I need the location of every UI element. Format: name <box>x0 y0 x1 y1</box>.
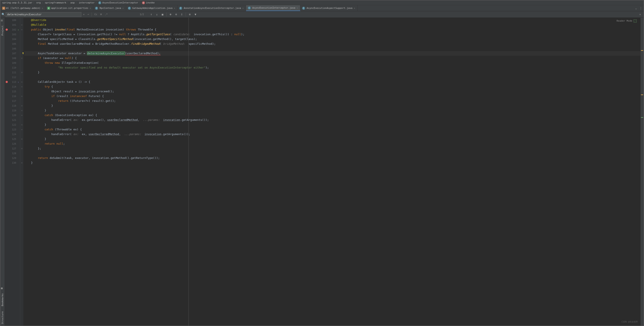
tab-label: GatewayAdminApplication.java <box>132 7 172 9</box>
class-icon: C <box>179 7 182 10</box>
close-icon[interactable]: ✕ <box>354 7 356 9</box>
close-icon[interactable]: ✕ <box>242 7 244 9</box>
search-history[interactable]: ↩ <box>86 12 90 16</box>
bc-aop[interactable]: aop <box>70 1 75 4</box>
tab-label: AnnotationAsyncExecutionInterceptor.java <box>184 7 241 9</box>
class-icon: C <box>95 7 98 10</box>
open-in-window[interactable]: ▣ <box>160 12 165 17</box>
tab-async[interactable]: CAsyncExecutionInterceptor.java✕ <box>246 5 300 11</box>
tab-gw[interactable]: CGatewayAdminApplication.java✕ <box>126 5 178 11</box>
line-number: 102 <box>12 28 16 31</box>
regex[interactable]: .* <box>104 12 109 16</box>
check-icon: ✓ <box>634 19 637 22</box>
tab-prop[interactable]: ⚙application-sit.properties✕ <box>46 5 93 11</box>
find-bar: 🔍 ✕ ↩ Cc W .* 1/2 ↑ ↓ ▣ ⊕ ⊖ ⫴ ≡ ▼ ✕ <box>0 11 644 18</box>
xml-icon: x <box>2 7 5 10</box>
line-number: 124 <box>12 133 16 136</box>
whole-word[interactable]: W <box>99 12 103 16</box>
close-icon[interactable]: ✕ <box>173 7 176 9</box>
line-number: 104 <box>12 38 16 41</box>
line-number: 121 <box>12 119 16 121</box>
add-selection[interactable]: ⊕ <box>168 12 173 17</box>
match-case[interactable]: Cc <box>93 12 98 16</box>
tab-label: RpcContext.java <box>100 7 121 9</box>
structure-tool[interactable]: Structure <box>1 310 4 326</box>
breakpoint-icon[interactable] <box>6 81 8 83</box>
close-icon[interactable]: ✕ <box>41 7 44 9</box>
remove-selection[interactable]: ⊖ <box>174 12 179 17</box>
search-icon: 🔍 <box>1 13 5 16</box>
tabs-dropdown[interactable]: ⌄ <box>634 5 638 11</box>
line-number: 123 <box>12 128 16 131</box>
line-number: 116 <box>12 95 16 98</box>
override-icon[interactable]: ↑ <box>18 81 20 83</box>
watermark: CSDN @简放视野 <box>622 320 638 324</box>
line-number: 111 <box>12 71 16 74</box>
line-number: 117 <box>12 100 16 102</box>
clear-search[interactable]: ✕ <box>82 12 86 16</box>
bc-class[interactable]: AsyncExecutionInterceptor <box>102 1 139 4</box>
tabs-menu[interactable]: ⋮ <box>638 5 644 11</box>
line-number: 119 <box>12 109 16 112</box>
code-editor[interactable]: Reader Mode✓ @Override @Nullable public … <box>23 18 640 326</box>
filter-icon[interactable]: ▼ <box>193 12 198 17</box>
reader-mode-toggle[interactable]: Reader Mode✓ <box>616 18 637 23</box>
class-icon: C <box>98 1 101 4</box>
line-number: 112 <box>12 76 16 79</box>
bc-jar[interactable]: spring-aop-5.3.31.jar <box>2 1 33 4</box>
class-icon: C <box>302 7 305 10</box>
line-number: 113 <box>12 81 16 83</box>
line-number: 100 <box>12 19 16 22</box>
line-number: 129 <box>12 157 16 160</box>
close-icon[interactable]: ✕ <box>296 7 298 9</box>
line-number: 125 <box>12 138 16 140</box>
close-icon[interactable]: ✕ <box>122 7 124 9</box>
close-icon[interactable]: ✕ <box>89 7 91 9</box>
line-number: 109 <box>12 62 16 64</box>
tab-ann[interactable]: CAnnotationAsyncExecutionInterceptor.jav… <box>178 5 246 11</box>
prev-match[interactable]: ↑ <box>149 12 154 17</box>
scroll-marks[interactable] <box>640 18 644 326</box>
split-divider[interactable] <box>188 18 189 326</box>
line-number: 128 <box>12 152 16 155</box>
line-number: 103 <box>12 33 16 36</box>
tab-aspect[interactable]: CAsyncExecutionAspectSupport.java✕ <box>300 5 358 11</box>
fold-column: ⊖⊖ 💡 ⊖⊟ ⊖⊖ ⊖⊟⊟ ⊖⊟⊖ ⊟⊟ ⊟ <box>20 18 23 326</box>
bookmarks-tool[interactable]: Bookmarks <box>1 292 4 308</box>
tab-xml[interactable]: xml (lefit-gateway-admin)✕ <box>0 5 46 11</box>
project-files-icon[interactable]: ▤ <box>1 18 4 22</box>
breadcrumb: spring-aop-5.3.31.jar〉 org〉 springframew… <box>0 0 644 5</box>
breakpoint-icon[interactable] <box>6 28 8 31</box>
class-icon: C <box>128 7 131 10</box>
editor-tabs: xml (lefit-gateway-admin)✕ ⚙application-… <box>0 5 644 11</box>
line-number: 130 <box>12 161 16 164</box>
next-match[interactable]: ↓ <box>154 12 160 17</box>
class-icon: C <box>248 6 251 9</box>
tab-label: application-sit.properties <box>51 7 88 9</box>
line-number: 122 <box>12 123 16 126</box>
line-number: 106 <box>12 47 16 50</box>
prop-icon: ⚙ <box>47 7 50 10</box>
bc-method[interactable]: invoke <box>146 1 155 4</box>
tab-label: AsyncExecutionInterceptor.java <box>252 6 296 9</box>
reader-mode-label: Reader Mode <box>616 18 632 23</box>
project-tool[interactable]: Project <box>1 24 4 37</box>
search-input[interactable] <box>6 12 81 17</box>
line-number: 114 <box>12 85 16 88</box>
bc-sf[interactable]: springframework <box>44 1 67 4</box>
line-number: 126 <box>12 142 16 145</box>
line-number: 108 <box>12 57 16 60</box>
bc-org[interactable]: org <box>36 1 41 4</box>
close-find[interactable]: ✕ <box>638 13 643 16</box>
override-icon[interactable]: ↑ <box>18 28 20 31</box>
bc-int[interactable]: interceptor <box>78 1 95 4</box>
gutter: 100 101 102↑ 103 104 105 106 107 108 109… <box>5 18 20 326</box>
select-all[interactable]: ⫴ <box>179 12 184 17</box>
line-number: 101 <box>12 23 16 26</box>
bookmarks-icon[interactable]: ■ <box>1 287 4 290</box>
line-number: 105 <box>12 42 16 45</box>
tab-rpc[interactable]: CRpcContext.java✕ <box>93 5 126 11</box>
method-icon: m <box>142 1 145 4</box>
filter-results[interactable]: ≡ <box>187 12 192 17</box>
line-number: 127 <box>12 147 16 150</box>
